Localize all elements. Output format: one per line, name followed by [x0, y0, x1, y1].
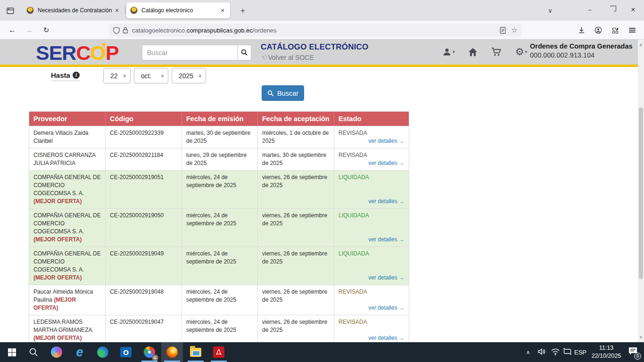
browser-tab-strip: Necesidades de Contratación y ✕ Catálogo…: [0, 0, 644, 21]
cell-estado: REVISADA ver detalles →: [334, 285, 409, 315]
window-minimize-button[interactable]: –: [579, 0, 601, 19]
taskbar-outlook-icon[interactable]: O: [115, 342, 137, 362]
account-icon[interactable]: [591, 24, 605, 36]
ecuador-emblem-favicon: [26, 7, 34, 14]
catalog-search-button[interactable]: [237, 45, 251, 60]
ver-detalles-link[interactable]: ver detalles →: [368, 197, 405, 206]
taskbar-chrome-icon[interactable]: G: [139, 342, 160, 362]
status-badge: LIQUIDADA: [339, 173, 405, 181]
cell-codigo: CE-20250002919049: [106, 247, 182, 285]
taskbar-acrobat-icon[interactable]: [208, 342, 230, 362]
notifications-button[interactable]: 5: [628, 346, 638, 357]
tab-necesidades[interactable]: Necesidades de Contratación y ✕: [23, 2, 124, 18]
wifi-icon[interactable]: [551, 348, 560, 357]
scrollbar-thumb[interactable]: [639, 107, 643, 279]
tab-close-icon[interactable]: ✕: [219, 8, 226, 14]
page-title-block: CATÁLOGO ELECTRÓNICO ☜Volver al SOCE: [261, 42, 368, 62]
ver-detalles-link[interactable]: ver detalles →: [368, 159, 405, 167]
taskbar-file-explorer-icon[interactable]: [185, 342, 206, 362]
account-summary-number: 000.000.002.913.104: [530, 51, 636, 59]
ver-detalles-link[interactable]: ver detalles →: [368, 304, 405, 312]
logo-text: SER: [36, 41, 76, 64]
cell-proveedor: COMPAÑIA GENERAL DE COMERCIO COGECOMSA S…: [29, 171, 106, 208]
cell-fecha-aceptacion: viernes, 26 de septiembre de 2025: [258, 171, 334, 208]
windows-logo-icon: [8, 348, 16, 356]
cell-codigo: CE-20250002922339: [106, 126, 182, 148]
scroll-down-arrow[interactable]: ∨: [638, 334, 644, 340]
taskbar-search-button[interactable]: [23, 342, 44, 362]
column-header: Proveedor: [29, 112, 106, 126]
cell-proveedor: CISNEROS CARRANZA JULIA PATRICIA: [29, 148, 106, 170]
volume-icon[interactable]: [537, 347, 547, 358]
taskbar-firefox-icon[interactable]: [161, 342, 183, 362]
cell-fecha-aceptacion: viernes, 26 de septiembre de 2025: [258, 315, 334, 342]
page-content: Hasta i 22∨ oct.∨ 2025∨ Buscar Proveedor…: [0, 67, 638, 342]
orders-table: ProveedorCódigoFecha de emisiónFecha de …: [29, 111, 409, 342]
cell-estado: REVISADA ver detalles →: [334, 126, 409, 148]
new-tab-button[interactable]: +: [237, 5, 248, 16]
shield-icon: [113, 27, 120, 34]
buscar-button[interactable]: Buscar: [262, 85, 304, 101]
chevron-down-icon: ∨: [123, 73, 126, 78]
table-body: Demera Villacis Zaida Claribel CE-202500…: [29, 126, 409, 342]
info-icon[interactable]: i: [73, 72, 80, 79]
cell-proveedor: LEDESMA RAMOS MARTHA GRIMANEZA (MEJOR OF…: [29, 315, 106, 342]
table-row: COMPAÑIA GENERAL DE COMERCIO COGECOMSA S…: [29, 208, 409, 247]
list-all-tabs-icon[interactable]: ∨: [539, 4, 561, 17]
ver-detalles-link[interactable]: ver detalles →: [368, 274, 405, 282]
address-bar[interactable]: catalogoelectronico.compraspublicas.gob.…: [109, 24, 521, 37]
taskbar-internet-explorer-icon[interactable]: e: [69, 342, 91, 362]
menu-hamburger-icon[interactable]: [625, 24, 639, 36]
page-scrollbar[interactable]: ∧ ∨: [638, 40, 644, 342]
window-restore-button[interactable]: [601, 0, 622, 19]
catalog-search-input[interactable]: [142, 45, 237, 60]
cell-fecha-emision: lunes, 29 de septiembre de 2025: [182, 148, 258, 170]
taskbar-edge-icon[interactable]: [92, 342, 114, 362]
date: 22/10/2025: [588, 352, 624, 360]
cell-estado: REVISADA ver detalles →: [334, 315, 409, 342]
account-summary-label: Ordenes de Compra Generadas: [530, 42, 636, 50]
header-icon-menu: ▾ ⚙ ▾: [442, 47, 527, 57]
cell-fecha-emision: miércoles, 24 de septiembre de 2025: [182, 315, 258, 342]
table-row: LEDESMA RAMOS MARTHA GRIMANEZA (MEJOR OF…: [29, 315, 409, 342]
forward-button[interactable]: →: [23, 24, 36, 36]
home-button[interactable]: [468, 48, 478, 57]
reader-mode-icon[interactable]: [500, 27, 506, 34]
sercop-logo[interactable]: SERCOP: [36, 42, 119, 63]
firefox-view-icon[interactable]: [4, 4, 17, 17]
window-close-button[interactable]: ✕: [622, 0, 644, 19]
cart-button[interactable]: [491, 47, 502, 57]
scroll-up-arrow[interactable]: ∧: [638, 41, 644, 48]
cell-proveedor: COMPAÑIA GENERAL DE COMERCIO COGECOMSA S…: [29, 209, 106, 247]
mejor-oferta-badge: (MEJOR OFERTA): [33, 236, 82, 243]
ver-detalles-link[interactable]: ver detalles →: [368, 137, 405, 145]
ver-detalles-link[interactable]: ver detalles →: [368, 334, 405, 342]
language-indicator[interactable]: ESP: [574, 342, 586, 362]
month-select[interactable]: oct.∨: [134, 68, 168, 83]
user-menu-button[interactable]: ▾: [442, 47, 455, 57]
clock[interactable]: 11:13 22/10/2025: [588, 344, 624, 360]
column-header: Estado: [334, 112, 409, 126]
tray-chevron-up-icon[interactable]: ∧: [526, 342, 530, 362]
mejor-oferta-badge: (MEJOR OFERTA): [33, 274, 82, 281]
volver-al-soce-link[interactable]: ☜Volver al SOCE: [261, 53, 368, 62]
back-button[interactable]: ←: [6, 24, 19, 36]
caret-down-icon: ▾: [525, 49, 527, 54]
tab-close-icon[interactable]: ✕: [113, 8, 121, 14]
settings-menu-button[interactable]: ⚙ ▾: [515, 47, 527, 57]
tab-catalogo-active[interactable]: Catálogo electrónico ✕: [126, 2, 230, 18]
downloads-icon[interactable]: [574, 24, 588, 36]
taskbar-copilot-icon[interactable]: [46, 342, 67, 362]
reload-button[interactable]: ↻: [40, 24, 53, 36]
display-connect-icon[interactable]: [563, 347, 572, 357]
search-icon: [241, 49, 248, 56]
year-select[interactable]: 2025∨: [172, 68, 206, 83]
cell-codigo: CE-20250002921184: [106, 148, 182, 170]
start-button[interactable]: [1, 342, 23, 362]
ver-detalles-link[interactable]: ver detalles →: [368, 236, 405, 244]
arrow-right-icon: →: [399, 138, 405, 144]
extensions-icon[interactable]: [608, 24, 622, 36]
arrow-right-icon: →: [399, 335, 405, 341]
bookmark-star-icon[interactable]: ☆: [512, 27, 518, 33]
day-select[interactable]: 22∨: [103, 68, 131, 83]
